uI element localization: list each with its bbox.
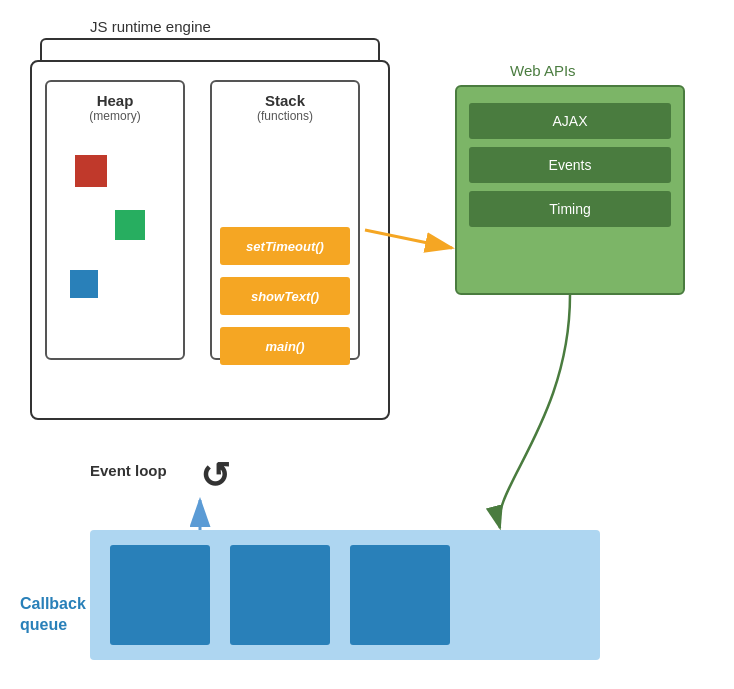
stack-item-main: main()	[220, 327, 350, 365]
callback-item-2	[230, 545, 330, 645]
heap-subtitle: (memory)	[47, 109, 183, 123]
webapi-ajax: AJAX	[469, 103, 671, 139]
callback-item-3	[350, 545, 450, 645]
stack-box: Stack (functions) setTimeout() showText(…	[210, 80, 360, 360]
js-runtime-label: JS runtime engine	[90, 18, 211, 35]
heap-square-green	[115, 210, 145, 240]
diagram: JS runtime engine Heap (memory) Stack (f…	[0, 0, 734, 689]
webapi-box: AJAX Events Timing	[455, 85, 685, 295]
heap-square-red	[75, 155, 107, 187]
stack-subtitle: (functions)	[212, 109, 358, 123]
stack-item-settimeout: setTimeout()	[220, 227, 350, 265]
loop-icon: ↺	[200, 455, 230, 497]
webapi-timing: Timing	[469, 191, 671, 227]
webapi-label: Web APIs	[510, 62, 576, 79]
webapi-events: Events	[469, 147, 671, 183]
arrow-timing-to-callback	[499, 295, 570, 528]
heap-title: Heap	[47, 92, 183, 109]
callback-item-1	[110, 545, 210, 645]
stack-title: Stack	[212, 92, 358, 109]
stack-item-showtext: showText()	[220, 277, 350, 315]
callback-queue-box	[90, 530, 600, 660]
callback-queue-label: Callbackqueue	[20, 594, 86, 636]
event-loop-label: Event loop	[90, 462, 167, 479]
heap-square-blue	[70, 270, 98, 298]
